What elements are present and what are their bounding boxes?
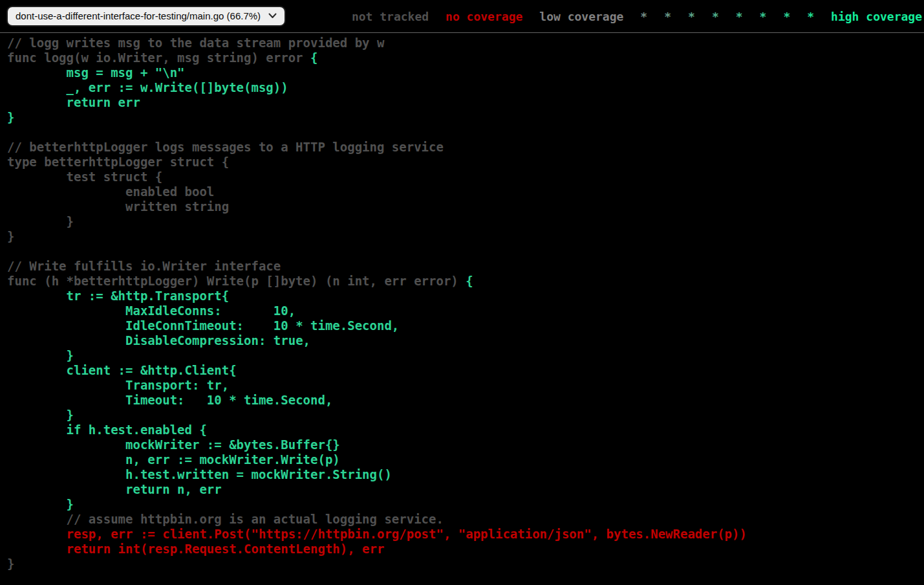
code-segment-ntrack: // logg writes msg to the data stream pr… [7, 36, 384, 65]
legend-item-cov2: * [640, 10, 647, 23]
legend-item-cov10: high coverage [831, 10, 922, 23]
chevron-down-icon [268, 13, 277, 19]
coverage-legend: not trackedno coveragelow coverage******… [343, 10, 922, 23]
legend-item-cov4: * [688, 10, 695, 23]
legend-item-cov9: * [807, 10, 814, 23]
legend-item-cov1: low coverage [539, 10, 623, 23]
legend-item-cov6: * [736, 10, 743, 23]
legend-item-cov7: * [760, 10, 767, 23]
topbar: dont-use-a-different-interface-for-testi… [0, 0, 924, 33]
legend-item-cov5: * [712, 10, 719, 23]
file-nav: dont-use-a-different-interface-for-testi… [0, 6, 286, 27]
code-segment-ntrack: } [7, 557, 14, 571]
source-code: // logg writes msg to the data stream pr… [0, 33, 924, 571]
code-segment-cov8: { tr := &http.Transport{ MaxIdleConns: 1… [7, 274, 473, 511]
file-select[interactable]: dont-use-a-different-interface-for-testi… [6, 6, 286, 27]
legend-item-cov8: * [783, 10, 790, 23]
legend-item-ntrack: not tracked [352, 10, 429, 23]
legend-item-cov3: * [664, 10, 671, 23]
legend-item-cov0: no coverage [446, 10, 522, 23]
code-segment-ntrack: // betterhttpLogger logs messages to a H… [7, 140, 466, 288]
code-segment-cov0: resp, err := client.Post("https://httpbi… [7, 527, 747, 556]
file-select-value: dont-use-a-different-interface-for-testi… [16, 10, 261, 21]
